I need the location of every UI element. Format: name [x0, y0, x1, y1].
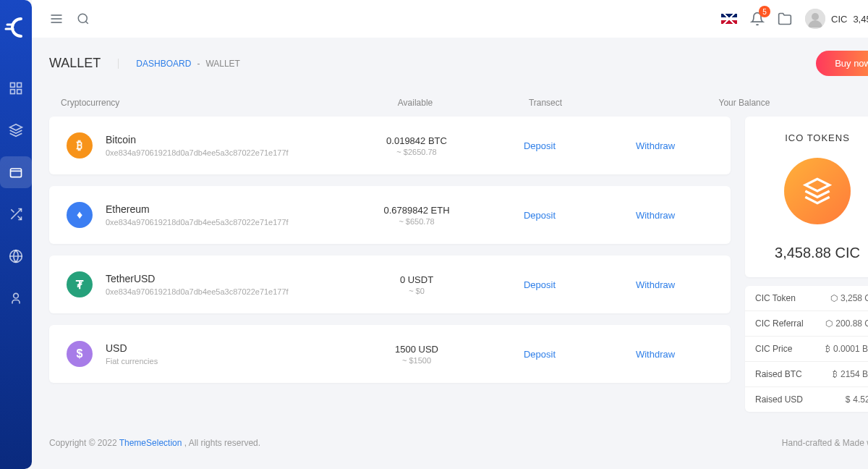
crypto-amount: 1500 USD [352, 344, 482, 355]
nav-dashboard[interactable] [0, 72, 32, 104]
avatar [805, 9, 825, 29]
breadcrumb-current: WALLET [205, 59, 240, 69]
svg-line-10 [11, 209, 14, 212]
stat-icon: $ [846, 394, 851, 405]
usdt-icon: ₮ [67, 271, 93, 297]
stat-row: CIC Token ⬡ 3,258 CIC [745, 286, 868, 311]
col-available: Available [350, 98, 480, 108]
balance-value: 3,458.88 [853, 14, 868, 25]
crypto-address: 0xe834a970619218d0a7db4ee5a3c87022e71e17… [106, 218, 352, 227]
side-panel: ICO TOKENS 3,458.88 CIC CIC Token ⬡ 3,25… [745, 117, 868, 412]
stat-label: Raised USD [755, 394, 803, 405]
breadcrumb-sep: - [197, 59, 200, 69]
stat-label: CIC Price [755, 344, 792, 354]
crypto-address: 0xe834a970619218d0a7db4ee5a3c87022e71e17… [106, 148, 352, 157]
page-title: WALLET [49, 56, 101, 71]
ico-title: ICO TOKENS [757, 132, 868, 143]
crypto-row: ₿ Bitcoin 0xe834a970619218d0a7db4ee5a3c8… [49, 117, 731, 174]
deposit-link[interactable]: Deposit [524, 349, 556, 360]
withdraw-link[interactable]: Withdraw [636, 349, 675, 360]
svg-point-12 [14, 293, 19, 298]
stat-value: 3,258 CIC [841, 293, 868, 303]
stat-label: Raised BTC [755, 369, 802, 379]
ico-circle-icon [784, 158, 851, 224]
stat-value: 200.88 CIC [835, 318, 868, 329]
col-transact: Transect [480, 98, 610, 108]
stat-row: Raised USD $ 4.52 M [745, 387, 868, 412]
stat-value: 0.0001 BTC [833, 344, 868, 354]
sidebar [0, 0, 32, 469]
svg-rect-4 [11, 90, 15, 94]
crypto-amount: 0.6789842 ETH [352, 205, 482, 216]
svg-point-19 [812, 13, 819, 20]
stat-icon: ₿ [825, 344, 830, 354]
svg-rect-5 [17, 90, 22, 94]
stat-row: CIC Price ₿ 0.0001 BTC [745, 337, 868, 362]
breadcrumb: DASHBOARD - WALLET [118, 59, 240, 69]
crypto-usd: ~ $0 [352, 287, 482, 295]
crypto-name: TetherUSD [106, 273, 352, 284]
crypto-list: ₿ Bitcoin 0xe834a970619218d0a7db4ee5a3c8… [49, 117, 731, 412]
footer-copyright: Copyright © 2022 [49, 438, 119, 448]
svg-point-16 [78, 14, 87, 22]
ico-balance: 3,458.88 CIC [757, 245, 868, 261]
deposit-link[interactable]: Deposit [524, 279, 556, 290]
usd-icon: $ [67, 341, 93, 367]
content-area: ₿ Bitcoin 0xe834a970619218d0a7db4ee5a3c8… [32, 117, 868, 426]
nav-shuffle[interactable] [0, 198, 32, 230]
eth-icon: ♦ [67, 202, 93, 228]
nav-layers[interactable] [0, 114, 32, 146]
crypto-address: 0xe834a970619218d0a7db4ee5a3c87022e71e17… [106, 287, 352, 296]
crypto-address: Fiat currencies [106, 357, 352, 366]
crypto-name: USD [106, 342, 352, 354]
notif-badge: 5 [759, 6, 770, 17]
withdraw-link[interactable]: Withdraw [636, 210, 675, 221]
crypto-usd: ~ $650.78 [352, 217, 482, 226]
top-header: 5 CIC 3,458.88 [32, 0, 868, 38]
deposit-link[interactable]: Deposit [524, 140, 556, 151]
nav-wallet[interactable] [0, 156, 32, 188]
svg-rect-7 [11, 169, 22, 177]
footer-rights: , All rights reserved. [184, 438, 260, 448]
withdraw-link[interactable]: Withdraw [636, 279, 675, 290]
stat-value: 4.52 M [853, 394, 868, 405]
stat-row: CIC Referral ⬡ 200.88 CIC [745, 311, 868, 337]
folder-icon[interactable] [778, 12, 792, 26]
stat-icon: ₿ [833, 369, 838, 379]
logo[interactable] [3, 14, 29, 43]
search-icon[interactable] [77, 12, 90, 25]
crypto-row: $ USD Fiat currencies 1500 USD ~ $1500 D… [49, 325, 731, 383]
stat-row: Raised BTC ₿ 2154 BTC [745, 362, 868, 387]
nav-user[interactable] [0, 282, 32, 314]
menu-icon[interactable] [49, 12, 64, 26]
stats-list: CIC Token ⬡ 3,258 CIC CIC Referral ⬡ 200… [745, 286, 868, 412]
crypto-row: ♦ Ethereum 0xe834a970619218d0a7db4ee5a3c… [49, 186, 731, 244]
language-flag-uk[interactable] [721, 14, 737, 24]
svg-rect-2 [11, 83, 15, 88]
svg-marker-6 [10, 124, 22, 130]
crypto-usd: ~ $1500 [352, 356, 482, 365]
balance-label: CIC [831, 14, 847, 25]
deposit-link[interactable]: Deposit [524, 210, 556, 221]
svg-line-17 [85, 21, 88, 23]
user-balance[interactable]: CIC 3,458.88 [805, 9, 868, 29]
nav-globe[interactable] [0, 240, 32, 272]
col-balance: Your Balance [610, 98, 868, 108]
withdraw-link[interactable]: Withdraw [636, 140, 675, 151]
crypto-amount: 0 USDT [352, 274, 482, 285]
crypto-amount: 0.019842 BTC [352, 135, 482, 146]
svg-rect-3 [17, 83, 22, 88]
stat-value: 2154 BTC [841, 369, 868, 379]
footer-brand[interactable]: ThemeSelection [119, 438, 182, 448]
main-content: 5 CIC 3,458.88 WALLET DASHBOARD - WALLET… [32, 0, 868, 469]
footer: Copyright © 2022 ThemeSelection , All ri… [32, 426, 868, 460]
crypto-name: Ethereum [106, 203, 352, 215]
buy-now-button[interactable]: Buy now [816, 51, 868, 76]
notification-bell[interactable]: 5 [750, 12, 765, 26]
breadcrumb-dashboard[interactable]: DASHBOARD [136, 59, 191, 69]
stat-icon: ⬡ [825, 318, 833, 329]
stat-icon: ⬡ [830, 293, 838, 303]
svg-marker-20 [805, 179, 829, 191]
stat-label: CIC Token [755, 293, 796, 303]
ico-card: ICO TOKENS 3,458.88 CIC [745, 117, 868, 277]
